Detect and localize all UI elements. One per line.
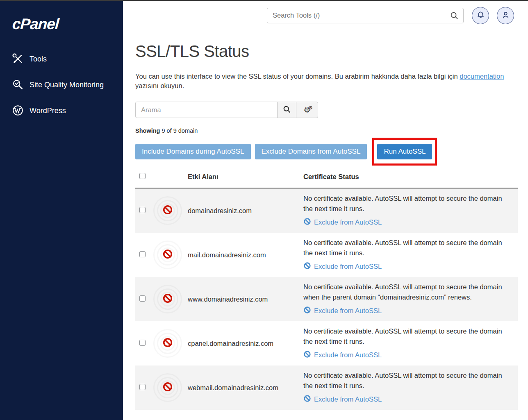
site-quality-monitoring-icon [12,79,23,90]
exclude-link-label: Exclude from AutoSSL [314,263,382,270]
sidebar-item-label: Site Quality Monitoring [30,81,104,89]
exclude-link-label: Exclude from AutoSSL [314,218,382,226]
description-text: You can use this interface to view the S… [135,73,458,80]
sidebar-item-label: Tools [30,55,47,63]
select-all-checkbox[interactable] [139,173,146,179]
exclude-from-autossl-link[interactable]: Exclude from AutoSSL [303,350,382,360]
domain-search-button[interactable] [277,102,296,118]
domain-search-input[interactable] [135,102,278,118]
main-area: SSL/TLS Status You can use this interfac… [123,0,528,420]
showing-count: Showing 9 of 9 domain [135,127,518,134]
sidebar-nav: Tools Site Quality Monitoring [0,52,123,118]
table-header-row: Etki Alanı Certificate Status [135,167,518,188]
exclude-link-label: Exclude from AutoSSL [314,307,382,315]
page-title: SSL/TLS Status [135,42,518,61]
exclude-from-autossl-link[interactable]: Exclude from AutoSSL [303,395,382,404]
no-certificate-icon [162,249,173,261]
sidebar-item-site-quality-monitoring[interactable]: Site Quality Monitoring [0,77,123,93]
status-rings [153,329,182,358]
top-divider [0,0,528,1]
showing-label: Showing [135,127,160,134]
ban-icon [303,395,311,404]
user-icon [501,10,510,21]
domain-table-body: domainadresiniz.com No certificate avail… [135,188,518,410]
search-icon [450,11,459,22]
bell-icon [476,10,485,21]
tools-search [267,8,464,23]
include-domains-button[interactable]: Include Domains during AutoSSL [135,144,251,159]
exclude-domains-button[interactable]: Exclude Domains from AutoSSL [255,144,367,159]
row-checkbox[interactable] [139,207,146,213]
certificate-icon-cell [150,321,185,366]
page-content: SSL/TLS Status You can use this interfac… [123,31,528,420]
sidebar-item-tools[interactable]: Tools [0,52,123,67]
exclude-from-autossl-link[interactable]: Exclude from AutoSSL [303,218,382,227]
status-rings [153,196,182,225]
table-row: webmail.domainadresiniz.com No certifica… [135,366,518,410]
run-autossl-button[interactable]: Run AutoSSL [377,144,432,159]
icon-column-header [150,167,185,188]
row-checkbox[interactable] [139,340,146,346]
domain-name: mail.domainadresiniz.com [188,251,266,259]
description-text-after: yazısını okuyun. [135,82,184,89]
certificate-status-text: No certificate available. AutoSSL will a… [303,326,508,347]
ban-icon [303,262,311,271]
exclude-from-autossl-link[interactable]: Exclude from AutoSSL [303,306,382,316]
row-checkbox[interactable] [139,384,146,390]
status-rings [153,241,182,269]
exclude-from-autossl-link[interactable]: Exclude from AutoSSL [303,262,382,271]
table-row: cpanel.domainadresiniz.com No certificat… [135,321,518,366]
table-row: www.domainadresiniz.com No certificate a… [135,277,518,321]
certificate-icon-cell [150,277,185,321]
autossl-actions: Include Domains during AutoSSL Exclude D… [135,138,518,166]
certificate-icon-cell [150,366,185,410]
cpanel-logo[interactable]: cPanel [12,16,59,33]
cpanel-app: cPanel Tools [0,0,528,420]
domain-name: webmail.domainadresiniz.com [188,384,278,391]
status-column-header: Certificate Status [303,167,518,188]
sidebar-item-label: WordPress [30,107,66,115]
wordpress-icon [12,105,23,116]
sidebar-item-wordpress[interactable]: WordPress [0,103,123,118]
search-tools-input[interactable] [267,8,464,23]
certificate-status-text: No certificate available. AutoSSL will a… [303,193,508,214]
ban-icon [303,350,311,360]
certificate-icon-cell [150,233,185,277]
table-row: mail.domainadresiniz.com No certificate … [135,233,518,277]
notifications-button[interactable] [472,7,489,24]
documentation-link[interactable]: documentation [460,73,504,80]
ban-icon [303,218,311,227]
table-row: domainadresiniz.com No certificate avail… [135,188,518,233]
no-certificate-icon [162,293,173,305]
exclude-link-label: Exclude from AutoSSL [314,351,382,359]
filter-settings-button[interactable]: ⚙ ⚙ [296,102,318,118]
run-autossl-highlight-box: Run AutoSSL [372,138,437,166]
top-bar [123,0,528,31]
domain-name: domainadresiniz.com [188,207,252,214]
user-account-button[interactable] [497,7,514,24]
certificate-status-text: No certificate available. AutoSSL will a… [303,282,508,302]
domain-name: cpanel.domainadresiniz.com [188,340,273,347]
ban-icon [303,306,311,316]
certificate-icon-cell [150,188,185,233]
certificate-status-text: No certificate available. AutoSSL will a… [303,238,508,258]
exclude-link-label: Exclude from AutoSSL [314,395,382,403]
ssl-status-table: Etki Alanı Certificate Status [135,167,518,410]
status-rings [153,373,182,402]
status-rings [153,285,182,313]
no-certificate-icon [162,204,173,217]
domain-filter: ⚙ ⚙ [135,102,518,118]
domain-name: www.domainadresiniz.com [188,295,268,303]
domain-column-header: Etki Alanı [185,167,303,188]
search-icon [282,105,291,115]
sidebar: cPanel Tools [0,0,123,420]
showing-value: 9 of 9 domain [162,127,198,134]
page-description: You can use this interface to view the S… [135,72,504,91]
row-checkbox[interactable] [139,251,146,257]
gear-small-icon: ⚙ [308,105,313,110]
certificate-status-text: No certificate available. AutoSSL will a… [303,370,508,391]
row-checkbox[interactable] [139,295,146,302]
no-certificate-icon [162,381,173,394]
tools-icon [12,53,23,64]
no-certificate-icon [162,337,173,350]
